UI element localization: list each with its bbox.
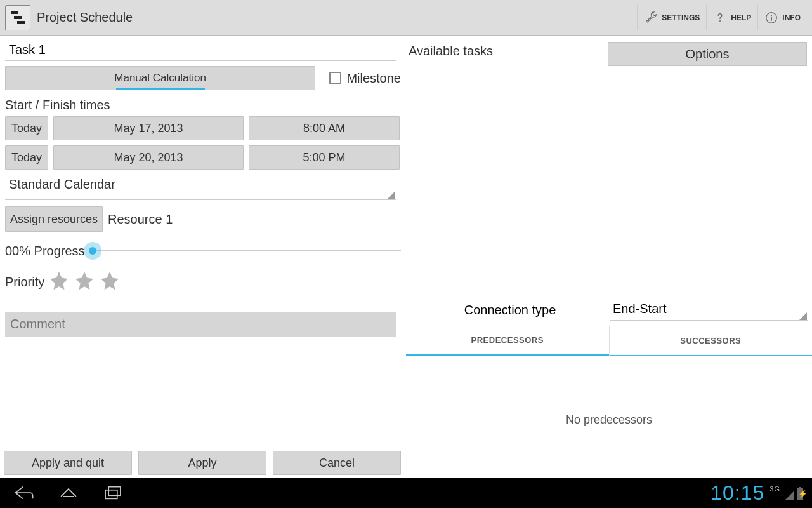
help-button[interactable]: HELP <box>706 5 757 30</box>
start-date-button[interactable]: May 17, 2013 <box>53 116 244 140</box>
action-bar: Project Schedule SETTINGS HELP INFO <box>0 0 812 36</box>
milestone-checkbox[interactable] <box>329 72 341 84</box>
question-icon <box>713 11 727 25</box>
status-bar: 10:15 3G ⚡ <box>710 481 803 505</box>
connection-type-value: End-Start <box>613 302 666 316</box>
task-edit-panel: Manual Calculation Milestone Start / Fin… <box>0 36 406 478</box>
recents-button[interactable] <box>98 478 128 508</box>
slider-thumb[interactable] <box>84 242 102 260</box>
finish-date-button[interactable]: May 20, 2013 <box>53 145 244 170</box>
svg-rect-6 <box>771 17 772 21</box>
network-label: 3G <box>769 481 780 493</box>
info-icon <box>764 11 778 25</box>
info-label: INFO <box>782 13 801 22</box>
milestone-label: Milestone <box>346 71 401 86</box>
tab-successors[interactable]: SUCCESSORS <box>610 326 813 356</box>
apply-button[interactable]: Apply <box>138 451 266 475</box>
comment-input[interactable] <box>5 312 396 337</box>
chevron-down-icon <box>799 312 807 320</box>
finish-time-button[interactable]: 5:00 PM <box>249 145 400 170</box>
connection-type-spinner[interactable]: End-Start <box>610 300 808 321</box>
app-icon <box>5 5 30 30</box>
progress-slider[interactable] <box>93 242 401 260</box>
calendar-value: Standard Calendar <box>9 177 115 191</box>
times-title: Start / Finish times <box>5 98 401 112</box>
info-button[interactable]: INFO <box>757 5 807 30</box>
priority-star-2[interactable] <box>74 270 95 294</box>
home-button[interactable] <box>53 478 84 508</box>
connection-type-label: Connection type <box>410 303 610 318</box>
svg-rect-0 <box>11 11 18 14</box>
dependencies-panel: Available tasks Options Connection type … <box>406 36 812 478</box>
clock-time: 10:15 <box>710 481 764 505</box>
priority-label: Priority <box>5 275 44 290</box>
app-title: Project Schedule <box>37 10 133 25</box>
help-label: HELP <box>731 13 751 22</box>
svg-rect-7 <box>105 490 117 499</box>
priority-star-1[interactable] <box>48 270 70 294</box>
options-button[interactable]: Options <box>608 42 807 66</box>
start-today-button[interactable]: Today <box>5 116 48 140</box>
svg-point-5 <box>771 15 772 16</box>
start-time-button[interactable]: 8:00 AM <box>249 116 400 140</box>
svg-rect-8 <box>108 487 121 496</box>
available-tasks-label: Available tasks <box>409 42 608 66</box>
dependency-tabs: PREDECESSORS SUCCESSORS <box>406 326 812 356</box>
calendar-spinner[interactable]: Standard Calendar <box>5 175 396 200</box>
chevron-down-icon <box>387 192 395 199</box>
progress-label: 00% Progress <box>5 244 85 258</box>
battery-icon: ⚡ <box>797 488 803 500</box>
nav-bar: 10:15 3G ⚡ <box>0 478 812 508</box>
resource-value: Resource 1 <box>108 212 173 227</box>
settings-button[interactable]: SETTINGS <box>637 5 706 30</box>
svg-point-3 <box>719 20 721 22</box>
apply-quit-button[interactable]: Apply and quit <box>4 451 132 475</box>
priority-star-3[interactable] <box>99 270 121 294</box>
manual-calculation-button[interactable]: Manual Calculation <box>5 66 315 90</box>
svg-rect-2 <box>17 21 25 24</box>
task-name-input[interactable] <box>5 42 396 61</box>
back-button[interactable] <box>9 478 39 508</box>
cancel-button[interactable]: Cancel <box>273 451 401 475</box>
wrench-icon <box>644 11 658 25</box>
empty-predecessors-label: No predecessors <box>406 413 812 427</box>
finish-today-button[interactable]: Today <box>5 145 48 170</box>
assign-resources-button[interactable]: Assign resources <box>5 206 103 232</box>
svg-rect-1 <box>14 16 22 19</box>
tab-predecessors[interactable]: PREDECESSORS <box>406 326 609 356</box>
signal-icon <box>785 491 794 500</box>
settings-label: SETTINGS <box>662 13 700 22</box>
